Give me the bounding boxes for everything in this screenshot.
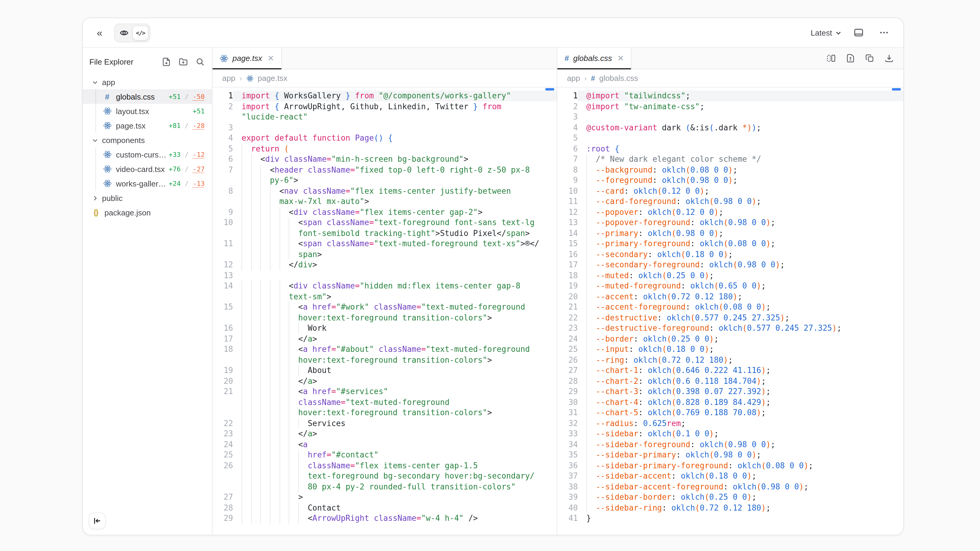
code-row: text-foreground bg-secondary hover:bg-se… <box>213 471 557 481</box>
panel-layout-button[interactable] <box>850 24 867 41</box>
indent-guide <box>586 164 587 175</box>
close-tab-icon[interactable]: ✕ <box>617 54 624 63</box>
line-number: 27 <box>213 492 233 502</box>
tree-file-custom-curs[interactable]: custom-curs…+33 / -12 <box>83 147 212 162</box>
indent-guide <box>279 376 280 386</box>
indent-guide <box>251 302 251 312</box>
diff-added: +51 <box>192 107 205 115</box>
line-number: 1 <box>557 91 578 101</box>
tree-file-page.tsx[interactable]: page.tsx+81 / -28 <box>83 118 212 133</box>
download-button[interactable] <box>880 50 897 67</box>
folder-label: app <box>102 78 115 87</box>
indent-guide <box>586 449 587 460</box>
indent-guide <box>279 228 280 238</box>
code-line: --foreground: oklch(0.98 0 0); <box>578 175 903 186</box>
file-label: works-galler… <box>116 179 166 188</box>
indent-guide <box>586 354 587 365</box>
scrollbar-thumb[interactable] <box>545 88 554 91</box>
indent-guide <box>298 471 299 481</box>
indent-guide <box>289 323 290 333</box>
diff-stats: +24 / -13 <box>169 179 212 187</box>
indent-guide <box>279 281 280 291</box>
code-row: 27 > <box>213 492 557 502</box>
new-file-button[interactable] <box>162 57 171 66</box>
indent-guide <box>279 323 280 333</box>
code-line <box>233 270 557 281</box>
indent-guide <box>298 460 299 471</box>
close-tab-icon[interactable]: ✕ <box>267 54 274 63</box>
code-line: --sidebar: oklch(0.1 0 0); <box>578 429 903 439</box>
code-line: <a href="#work" className="text-muted-fo… <box>233 302 557 312</box>
tree-folder-app[interactable]: app <box>83 75 212 89</box>
more-options-button[interactable] <box>875 24 892 41</box>
file-explorer-actions <box>162 57 205 66</box>
preview-toggle-button[interactable] <box>116 25 132 40</box>
indent-guide <box>242 344 242 354</box>
indent-guide <box>289 312 290 323</box>
tree-file-layout.tsx[interactable]: layout.tsx+51 <box>83 104 212 118</box>
line-number <box>213 407 233 418</box>
search-files-button[interactable] <box>196 57 205 66</box>
line-number: 41 <box>557 513 578 524</box>
indent-guide <box>270 281 270 291</box>
tree-file-globals.css[interactable]: #globals.css+51 / -50 <box>83 89 212 104</box>
tree-file-package.json[interactable]: {}package.json <box>83 205 212 220</box>
code-line: --sidebar-foreground: oklch(0.98 0 0); <box>578 439 903 449</box>
tree-folder-public[interactable]: public <box>83 191 212 205</box>
code-editor-page[interactable]: 1import { WorksGallery } from "@/compone… <box>213 87 557 535</box>
copy-button[interactable] <box>861 50 878 67</box>
indent-guide <box>289 481 290 492</box>
breadcrumb-page: app › page.tsx <box>213 70 557 87</box>
indent-guide <box>251 492 251 502</box>
line-number: 3 <box>213 122 233 133</box>
line-number: 12 <box>557 207 578 217</box>
tab-page-tsx[interactable]: page.tsx ✕ <box>213 48 282 69</box>
tab-globals-css[interactable]: # globals.css ✕ <box>557 48 632 69</box>
line-number: 26 <box>213 460 233 471</box>
code-line: <div className="hidden md:flex items-cen… <box>233 281 557 291</box>
collapse-sidebar-button[interactable] <box>89 512 106 529</box>
collapse-panel-button[interactable]: « <box>91 24 108 41</box>
code-line: --popover: oklch(0.12 0 0); <box>578 207 903 217</box>
split-view-button[interactable] <box>822 50 839 67</box>
code-row: 16 --secondary: oklch(0.18 0 0); <box>557 249 903 259</box>
code-row: className="text-muted-foreground <box>213 397 557 407</box>
indent-guide <box>279 429 280 439</box>
code-row: 27 --chart-1: oklch(0.646 0.222 41.116); <box>557 365 903 376</box>
diff-removed: -28 <box>192 122 205 129</box>
indent-guide <box>586 302 587 312</box>
indent-guide <box>251 418 251 429</box>
indent-guide <box>298 323 299 333</box>
indent-guide <box>298 365 299 376</box>
new-folder-button[interactable] <box>179 57 188 66</box>
indent-guide <box>270 196 270 207</box>
scrollbar-thumb[interactable] <box>892 88 901 91</box>
indent-guide <box>251 312 251 323</box>
line-number: 22 <box>213 418 233 429</box>
breadcrumb-root[interactable]: app <box>567 74 580 83</box>
indent-guide <box>289 418 290 429</box>
tree-file-video-card.tsx[interactable]: video-card.tsx+76 / -27 <box>83 162 212 176</box>
line-number <box>213 112 233 122</box>
code-line: --chart-1: oklch(0.646 0.222 41.116); <box>578 365 903 376</box>
code-editor-globals[interactable]: 1@import "tailwindcss";2@import "tw-anim… <box>557 87 903 535</box>
tree-folder-components[interactable]: components <box>83 133 212 147</box>
indent-guide <box>279 365 280 376</box>
indent-guide <box>586 492 587 502</box>
code-toggle-button[interactable]: </> <box>132 25 148 40</box>
file-diff-button[interactable] <box>842 50 859 67</box>
indent-guide <box>279 407 280 418</box>
line-number: 2 <box>557 101 578 112</box>
code-line: :root { <box>578 143 903 154</box>
code-row: 28 Contact <box>213 502 557 513</box>
version-dropdown[interactable]: Latest <box>811 28 842 37</box>
line-number: 30 <box>557 397 578 407</box>
chevrons-left-icon: « <box>97 27 103 38</box>
tree-file-works-galler[interactable]: works-galler…+24 / -13 <box>83 176 212 191</box>
breadcrumb-root[interactable]: app <box>222 74 235 83</box>
workspace-card: « </> Latest <box>82 17 904 535</box>
code-row: 3 <box>557 112 903 122</box>
file-explorer-title: File Explorer <box>89 57 134 66</box>
diff-added: +81 <box>169 122 181 129</box>
diff-added: +51 <box>169 93 181 100</box>
